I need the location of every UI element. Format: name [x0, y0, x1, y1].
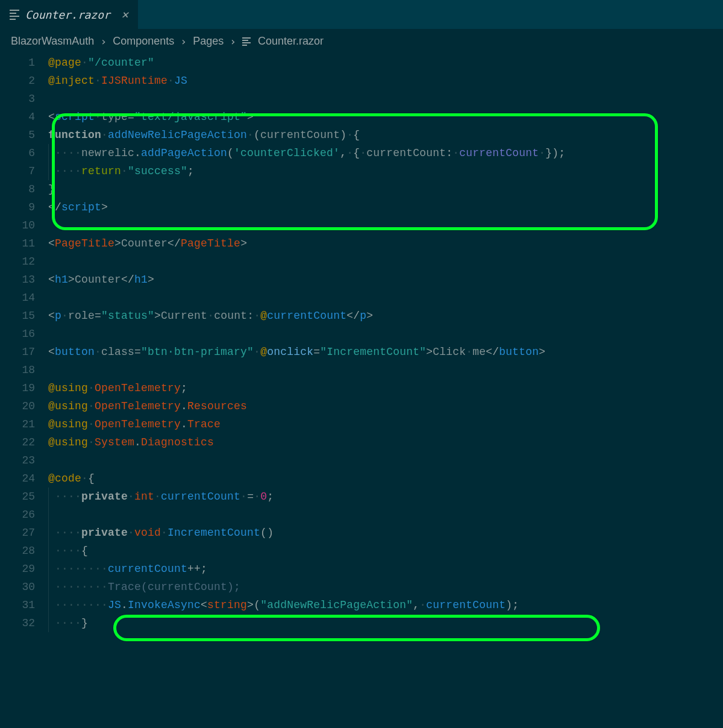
code-line[interactable]: </script> — [48, 198, 723, 216]
line-number: 24 — [22, 469, 35, 488]
line-number: 9 — [28, 198, 35, 216]
line-number: 28 — [22, 542, 35, 560]
file-icon — [10, 10, 19, 20]
breadcrumb-item[interactable]: BlazorWasmAuth — [11, 35, 94, 48]
code-line[interactable]: <script·type="text/javascript"> — [48, 108, 723, 126]
code-line[interactable]: @using·System.Diagnostics — [48, 433, 723, 451]
line-number: 4 — [28, 108, 35, 126]
breadcrumb-item[interactable]: Pages — [193, 35, 224, 48]
line-number: 11 — [22, 234, 35, 253]
code-line[interactable]: @using·OpenTelemetry; — [48, 379, 723, 397]
code-line[interactable]: @using·OpenTelemetry.Resources — [48, 397, 723, 415]
line-number: 5 — [28, 126, 35, 144]
line-number: 20 — [22, 397, 35, 415]
code-content[interactable]: @page·"/counter" @inject·IJSRuntime·JS <… — [48, 51, 723, 632]
line-number: 10 — [22, 216, 35, 234]
breadcrumb-item[interactable]: Components — [113, 35, 174, 48]
line-number: 2 — [28, 72, 35, 90]
code-line[interactable]: @using·OpenTelemetry.Trace — [48, 415, 723, 433]
tab-counter-razor[interactable]: Counter.razor × — [0, 0, 138, 29]
code-line[interactable]: <p·role="status">Current·count:·@current… — [48, 307, 723, 325]
code-line[interactable] — [48, 506, 723, 524]
code-line[interactable]: ····private·void·IncrementCount() — [48, 524, 723, 542]
file-icon — [242, 37, 251, 46]
line-number: 6 — [28, 144, 35, 162]
line-number: 12 — [22, 253, 35, 271]
code-line[interactable]: <PageTitle>Counter</PageTitle> — [48, 234, 723, 253]
code-line[interactable]: <button·class="btn·btn-primary"·@onclick… — [48, 343, 723, 361]
line-number: 32 — [22, 614, 35, 632]
line-number: 7 — [28, 162, 35, 180]
code-line[interactable]: ····newrelic.addPageAction('counterClick… — [48, 144, 723, 162]
code-line[interactable]: ········JS.InvokeAsync<string>("addNewRe… — [48, 596, 723, 614]
line-number: 19 — [22, 379, 35, 397]
line-number: 3 — [28, 90, 35, 108]
code-line[interactable]: } — [48, 180, 723, 198]
line-number: 22 — [22, 433, 35, 451]
chevron-right-icon: › — [180, 35, 187, 48]
line-number: 26 — [22, 506, 35, 524]
line-number: 16 — [22, 325, 35, 343]
code-line[interactable] — [48, 361, 723, 379]
breadcrumb-item[interactable]: Counter.razor — [258, 35, 324, 48]
line-number: 31 — [22, 596, 35, 614]
line-number: 13 — [22, 271, 35, 289]
code-line[interactable]: <h1>Counter</h1> — [48, 271, 723, 289]
code-line[interactable]: ····private·int·currentCount·=·0; — [48, 488, 723, 506]
close-icon[interactable]: × — [121, 8, 128, 20]
code-line[interactable] — [48, 325, 723, 343]
tab-label: Counter.razor — [25, 8, 110, 21]
code-line[interactable]: @page·"/counter" — [48, 54, 723, 72]
code-line[interactable]: ····return·"success"; — [48, 162, 723, 180]
line-number: 29 — [22, 560, 35, 578]
code-line[interactable]: ····{ — [48, 542, 723, 560]
chevron-right-icon: › — [100, 35, 107, 48]
line-number: 15 — [22, 307, 35, 325]
line-number: 14 — [22, 289, 35, 307]
code-line[interactable]: @code·{ — [48, 469, 723, 488]
breadcrumb: BlazorWasmAuth › Components › Pages › Co… — [0, 29, 723, 49]
code-line[interactable]: @inject·IJSRuntime·JS — [48, 72, 723, 90]
tab-bar: Counter.razor × — [0, 0, 723, 29]
line-number: 21 — [22, 415, 35, 433]
line-number: 27 — [22, 524, 35, 542]
line-number-gutter: 1 2 3 4 5 6 7 8 9 10 11 12 13 14 15 16 1… — [0, 51, 48, 632]
code-line[interactable] — [48, 451, 723, 469]
code-line[interactable] — [48, 90, 723, 108]
code-line[interactable]: ········Trace(currentCount); — [48, 578, 723, 596]
code-line[interactable]: function·addNewRelicPageAction·(currentC… — [48, 126, 723, 144]
line-number: 23 — [22, 451, 35, 469]
line-number: 30 — [22, 578, 35, 596]
code-line[interactable]: ····} — [48, 614, 723, 632]
code-line[interactable] — [48, 253, 723, 271]
chevron-right-icon: › — [230, 35, 236, 48]
code-line[interactable] — [48, 216, 723, 234]
code-line[interactable] — [48, 289, 723, 307]
line-number: 8 — [28, 180, 35, 198]
code-line[interactable]: ········currentCount++; — [48, 560, 723, 578]
line-number: 18 — [22, 361, 35, 379]
line-number: 1 — [28, 54, 35, 72]
code-editor[interactable]: 1 2 3 4 5 6 7 8 9 10 11 12 13 14 15 16 1… — [0, 49, 723, 632]
line-number: 17 — [22, 343, 35, 361]
line-number: 25 — [22, 488, 35, 506]
